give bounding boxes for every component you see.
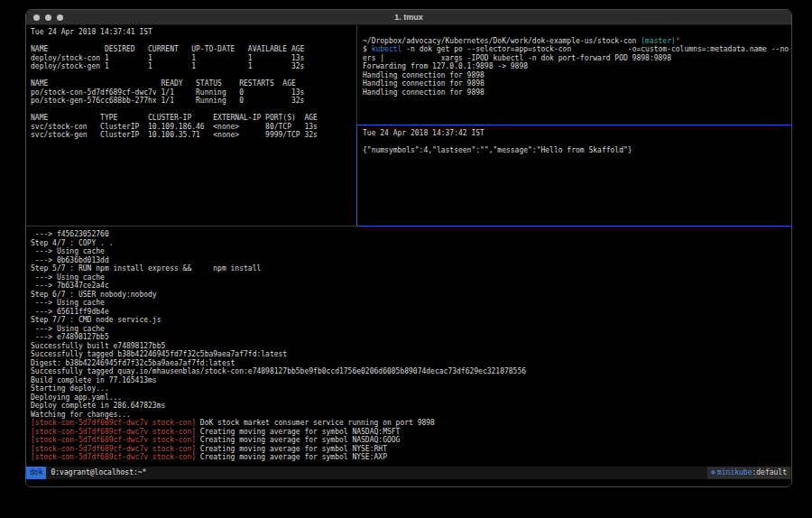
terminal-line: [stock-con-5d7df689cf-dwc7v stock-con] D… [31,419,790,428]
terminal-line: ---> f45623052760 [31,230,790,239]
terminal-line: {"numsymbols":4,"lastseen":"","message":… [363,146,790,155]
pane-divider-horizontal-right[interactable] [357,125,791,125]
tmux-terminal: Tue 24 Apr 2018 14:37:41 IST NAME DESIRE… [26,25,791,487]
terminal-line: po/stock-con-5d7df689cf-dwc7v 1/1 Runnin… [31,88,354,97]
terminal-line: svc/stock-con ClusterIP 10.109.186.46 <n… [31,123,354,132]
terminal-line: Step 7/7 : CMD node service.js [31,316,790,325]
pane-kubectl-watch[interactable]: Tue 24 Apr 2018 14:37:41 IST NAME DESIRE… [31,28,354,222]
terminal-line [363,138,790,147]
kubernetes-helm-icon: ☸ [711,467,715,479]
terminal-line: $ kubectl -n dok get po --selector=app=s… [363,45,790,54]
terminal-window: 1. tmux Tue 24 Apr 2018 14:37:41 IST NAM… [25,9,792,487]
terminal-line: Handling connection for 9898 [363,79,790,88]
pane-skaffold-build[interactable]: ---> f45623052760Step 4/7 : COPY . . ---… [31,230,790,465]
terminal-line: Handling connection for 9898 [363,88,790,97]
terminal-line: ---> e74898127bb5 [31,333,790,342]
terminal-line: Build complete in 77.165413ms [31,376,790,385]
terminal-line: [stock-con-5d7df689cf-dwc7v stock-con] C… [31,428,790,437]
terminal-line: Step 4/7 : COPY . . [31,239,790,248]
kube-context-label: minikube [717,467,752,479]
terminal-line: Successfully tagged b38b42246945fd7f32c5… [31,350,790,359]
terminal-line: ers | xargs -IPOD kubectl -n dok port-fo… [363,54,790,63]
terminal-line: po/stock-gen-576cc688bb-277hx 1/1 Runnin… [31,97,354,106]
terminal-line [31,37,354,46]
terminal-line [31,71,354,80]
terminal-line: deploy/stock-con 1 1 1 1 13s [31,54,354,63]
terminal-line: Deploy complete in 286.647823ms [31,402,790,411]
terminal-line: Digest: b38b42246945fd7f32c5ba9aea7af7fd… [31,359,790,368]
terminal-line: ---> Using cache [31,325,790,334]
pane-divider-horizontal-main-left[interactable] [26,226,356,227]
terminal-line: Step 6/7 : USER nobody:nobody [31,291,790,300]
pane-divider-vertical-top[interactable] [356,25,357,125]
terminal-line: ---> Using cache [31,273,790,282]
terminal-line: Watching for changes... [31,411,790,420]
tmux-window-name[interactable]: 0:vagrant@localhost:~* [51,468,146,477]
terminal-line: Successfully built e74898127bb5 [31,342,790,351]
window-titlebar: 1. tmux [26,10,791,25]
terminal-line: ---> 0b636bd013dd [31,256,790,265]
terminal-line: Handling connection for 9898 [363,71,790,80]
window-title: 1. tmux [26,13,791,22]
terminal-line: Starting deploy... [31,384,790,393]
pane-divider-vertical-bottom[interactable] [356,125,357,226]
terminal-line: ---> Using cache [31,299,790,308]
terminal-line: [stock-con-5d7df689cf-dwc7v stock-con] C… [31,436,790,445]
terminal-line: NAME READY STATUS RESTARTS AGE [31,79,354,88]
pane-stock-con-output[interactable]: Tue 24 Apr 2018 14:37:42 IST {"numsymbol… [363,129,790,223]
terminal-line: deploy/stock-gen 1 1 1 1 32s [31,62,354,71]
terminal-line: Step 5/7 : RUN npm install express && np… [31,264,790,273]
tmux-status-bar: dok 0:vagrant@localhost:~* ☸minikube:def… [26,467,791,479]
terminal-line: [stock-con-5d7df689cf-dwc7v stock-con] C… [31,453,790,462]
terminal-line: NAME TYPE CLUSTER-IP EXTERNAL-IP PORT(S)… [31,114,354,123]
terminal-line: ---> 65611ff9db4e [31,308,790,317]
terminal-line: Successfully tagged quay.io/mhausenblas/… [31,367,790,376]
terminal-line: ---> 7b6347ce2a4c [31,282,790,291]
tmux-status-right: ☸minikube:default [707,467,790,479]
terminal-line [31,106,354,115]
terminal-line: svc/stock-gen ClusterIP 10.100.35.71 <no… [31,131,354,140]
terminal-line: ~/Dropbox/advocacy/Kubernetes/DoK/work/d… [363,37,790,46]
pane-port-forward[interactable]: ~/Dropbox/advocacy/Kubernetes/DoK/work/d… [363,28,790,122]
terminal-line: Tue 24 Apr 2018 14:37:41 IST [31,28,354,37]
terminal-line: NAME DESIRED CURRENT UP-TO-DATE AVAILABL… [31,45,354,54]
terminal-line: [stock-con-5d7df689cf-dwc7v stock-con] C… [31,445,790,454]
terminal-line: Tue 24 Apr 2018 14:37:42 IST [363,129,790,138]
kube-namespace-label: :default [752,467,787,479]
terminal-line [363,28,790,37]
terminal-line: Forwarding from 127.0.0.1:9898 -> 9898 [363,62,790,71]
terminal-line: Deploying app.yaml... [31,393,790,402]
tmux-session-name[interactable]: dok [26,467,46,479]
terminal-line: ---> Using cache [31,247,790,256]
pane-divider-horizontal-main-right[interactable] [357,226,791,227]
